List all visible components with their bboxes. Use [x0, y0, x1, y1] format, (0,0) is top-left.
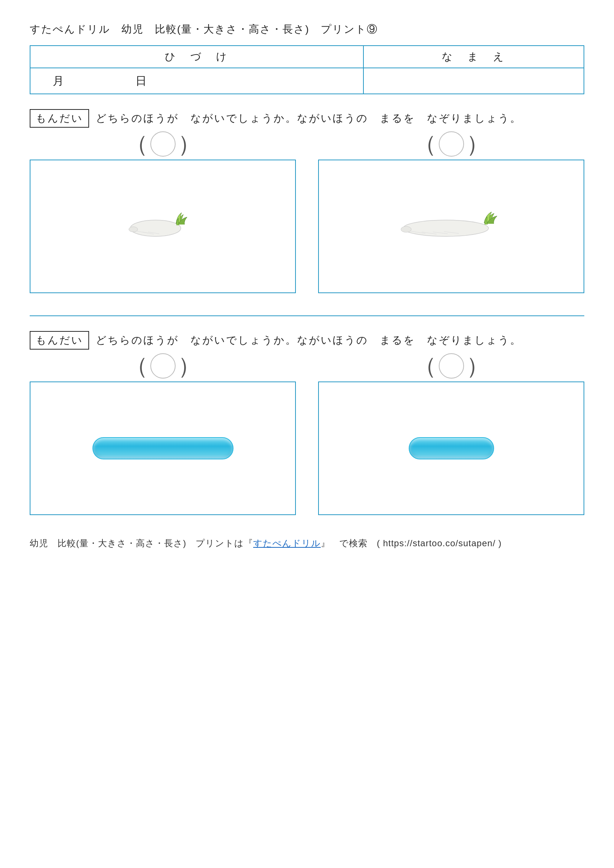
circle-row-right-2: （ ） [411, 353, 492, 378]
svg-point-0 [130, 220, 181, 236]
left-paren-2: （ [411, 132, 439, 155]
right-paren-4: ） [464, 354, 492, 377]
circle-oval-left-2 [150, 353, 175, 378]
cylinder-large-illustration [92, 437, 234, 459]
left-paren-1: （ [123, 132, 150, 155]
circle-oval-right-2 [439, 353, 464, 378]
circle-row-left-1: （ ） [123, 131, 203, 157]
svg-point-10 [401, 226, 411, 232]
section-divider [30, 315, 584, 316]
image-box-cylinder-small [318, 381, 584, 515]
header-name-label: な ま え [363, 46, 584, 68]
problem1-pair: （ ） [30, 131, 584, 293]
right-paren-2: ） [464, 132, 492, 155]
image-box-cylinder-large [30, 381, 296, 515]
problem1-left: （ ） [30, 131, 296, 293]
page-title: すたぺんドリル 幼児 比較(量・大きさ・高さ・長さ) プリント⑨ [30, 22, 584, 36]
problem1-section: もんだい どちらのほうが ながいでしょうか。ながいほうの まるを なぞりましょう… [30, 109, 584, 293]
image-box-daikon-small [30, 160, 296, 293]
problem2-section: もんだい どちらのほうが ながいでしょうか。ながいほうの まるを なぞりましょう… [30, 331, 584, 515]
mondai1-text: どちらのほうが ながいでしょうか。ながいほうの まるを なぞりましょう。 [96, 111, 522, 126]
footer-link[interactable]: すたぺんドリル [253, 538, 321, 548]
mondai1-row: もんだい どちらのほうが ながいでしょうか。ながいほうの まるを なぞりましょう… [30, 109, 584, 128]
month-label: 月 [53, 74, 68, 87]
footer-text-before: 幼児 比較(量・大きさ・高さ・長さ) プリントは『 [30, 538, 253, 548]
header-date-label: ひ づ け [30, 46, 363, 68]
left-paren-4: （ [411, 354, 439, 377]
name-input-area [363, 68, 584, 94]
problem1-right: （ ） [318, 131, 584, 293]
right-paren-1: ） [175, 132, 203, 155]
circle-row-left-2: （ ） [123, 353, 203, 378]
problem2-left: （ ） [30, 353, 296, 515]
footer-text-after: 』 で検索 ( https://startoo.co/sutapen/ ) [321, 538, 501, 548]
mondai2-text: どちらのほうが ながいでしょうか。ながいほうの まるを なぞりましょう。 [96, 333, 522, 347]
footer: 幼児 比較(量・大きさ・高さ・長さ) プリントは『すたぺんドリル』 で検索 ( … [30, 537, 584, 549]
svg-point-5 [403, 220, 488, 236]
date-input-area: 月 日 [30, 68, 363, 94]
mondai2-badge: もんだい [30, 331, 89, 350]
cylinder-small-illustration [409, 437, 494, 459]
mondai2-row: もんだい どちらのほうが ながいでしょうか。ながいほうの まるを なぞりましょう… [30, 331, 584, 350]
day-label: 日 [135, 74, 150, 87]
problem2-pair: （ ） （ ） [30, 353, 584, 515]
left-paren-3: （ [123, 354, 150, 377]
daikon-large-illustration [388, 209, 515, 244]
circle-row-right-1: （ ） [411, 131, 492, 157]
circle-oval-right-1 [439, 131, 464, 157]
header-table: ひ づ け な ま え 月 日 [30, 45, 584, 94]
daikon-small-illustration [122, 209, 204, 244]
right-paren-3: ） [175, 354, 203, 377]
mondai1-badge: もんだい [30, 109, 89, 128]
image-box-daikon-large [318, 160, 584, 293]
circle-oval-left-1 [150, 131, 175, 157]
problem2-right: （ ） [318, 353, 584, 515]
svg-point-4 [129, 227, 138, 232]
